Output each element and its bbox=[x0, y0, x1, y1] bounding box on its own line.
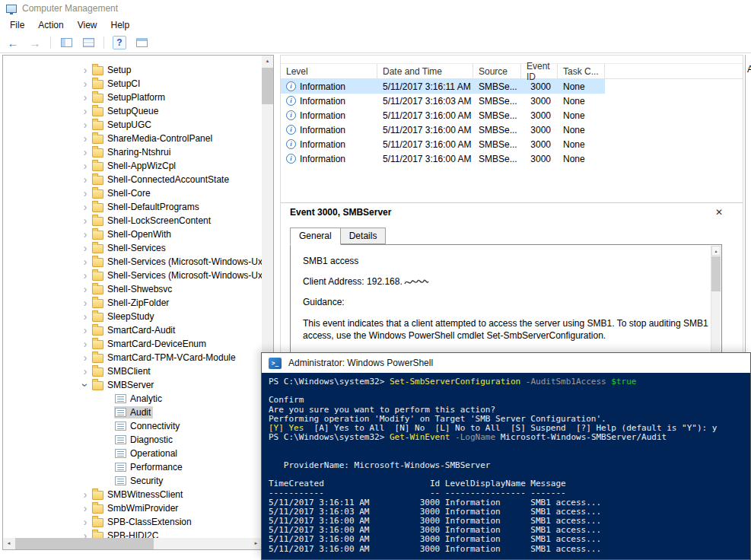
chevron-right-icon[interactable]: › bbox=[79, 298, 91, 308]
tree-item-analytic[interactable]: ›Analytic bbox=[3, 392, 262, 406]
tree-node: Shell-OpenWith bbox=[91, 228, 173, 240]
column-header-task-c[interactable]: Task C... bbox=[558, 64, 605, 78]
tree-item-shell-services-microsoft-windows-ux[interactable]: ›Shell-Services (Microsoft-Windows-Ux bbox=[3, 255, 262, 269]
menu-file[interactable]: File bbox=[3, 18, 31, 32]
column-header-date-and-time[interactable]: Date and Time bbox=[377, 64, 473, 78]
event-row[interactable]: iInformation5/11/2017 3:16:00 AMSMBSe...… bbox=[281, 108, 605, 123]
tree-item-shell-services-microsoft-windows-ux[interactable]: ›Shell-Services (Microsoft-Windows-Ux bbox=[3, 269, 262, 282]
tree-item-sharing-ntshrui[interactable]: ›Sharing-Ntshrui bbox=[3, 145, 262, 159]
tree-item-shell-zipfolder[interactable]: ›Shell-ZipFolder bbox=[3, 296, 262, 310]
column-header-event-id[interactable]: Event ID bbox=[521, 64, 558, 78]
new-window-button[interactable] bbox=[133, 34, 150, 51]
chevron-right-icon[interactable]: › bbox=[79, 133, 91, 144]
chevron-right-icon[interactable]: › bbox=[79, 366, 91, 377]
chevron-right-icon[interactable]: › bbox=[79, 188, 91, 199]
cell-event-id: 3000 bbox=[521, 139, 558, 150]
event-row[interactable]: iInformation5/11/2017 3:16:03 AMSMBSe...… bbox=[281, 94, 605, 108]
tree-item-shell-shwebsvc[interactable]: ›Shell-Shwebsvc bbox=[3, 282, 262, 296]
chevron-right-icon[interactable]: › bbox=[79, 147, 91, 158]
tree-item-shell-lockscreencontent[interactable]: ›Shell-LockScreenContent bbox=[3, 214, 262, 228]
tree-item-connectivity[interactable]: ›Connectivity bbox=[3, 419, 262, 433]
vertical-scrollbar-thumb[interactable] bbox=[262, 68, 273, 104]
tree-item-setupplatform[interactable]: ›SetupPlatform bbox=[3, 91, 262, 104]
tree-item-shell-core[interactable]: ›Shell-Core bbox=[3, 186, 262, 200]
back-button[interactable]: ← bbox=[5, 34, 21, 51]
help-button[interactable]: ? bbox=[111, 34, 128, 51]
tree-item-shell-openwith[interactable]: ›Shell-OpenWith bbox=[3, 228, 262, 241]
chevron-right-icon[interactable]: › bbox=[79, 339, 91, 349]
tree-item-sharemedia-controlpanel[interactable]: ›ShareMedia-ControlPanel bbox=[3, 132, 262, 145]
chevron-right-icon[interactable]: › bbox=[79, 530, 91, 538]
scroll-left-icon[interactable]: ◄ bbox=[3, 538, 14, 549]
tree-item-smartcard-deviceenum[interactable]: ›SmartCard-DeviceEnum bbox=[3, 337, 262, 351]
chevron-right-icon[interactable]: › bbox=[79, 119, 91, 130]
column-header-level[interactable]: Level bbox=[281, 64, 377, 78]
close-detail-button[interactable]: ✕ bbox=[715, 207, 723, 218]
tree-item-audit[interactable]: ›Audit bbox=[3, 406, 262, 419]
tree-item-shell-services[interactable]: ›Shell-Services bbox=[3, 241, 262, 255]
chevron-right-icon[interactable]: › bbox=[79, 202, 91, 212]
description-scrollbar-thumb[interactable] bbox=[711, 256, 721, 291]
tree-item-shell-connectedaccountstate[interactable]: ›Shell-ConnectedAccountState bbox=[3, 173, 262, 186]
menu-view[interactable]: View bbox=[71, 18, 104, 32]
tree-item-shell-defaultprograms[interactable]: ›Shell-DefaultPrograms bbox=[3, 200, 262, 214]
chevron-right-icon[interactable]: › bbox=[79, 243, 91, 253]
show-console-tree-button[interactable] bbox=[58, 34, 75, 51]
event-row[interactable]: iInformation5/11/2017 3:16:00 AMSMBSe...… bbox=[281, 137, 605, 151]
event-row[interactable]: iInformation5/11/2017 3:16:00 AMSMBSe...… bbox=[281, 151, 605, 166]
export-list-button[interactable] bbox=[80, 34, 97, 51]
chevron-right-icon[interactable]: › bbox=[79, 352, 91, 363]
chevron-right-icon[interactable]: › bbox=[79, 325, 91, 336]
chevron-right-icon[interactable]: › bbox=[79, 106, 91, 116]
menu-action[interactable]: Action bbox=[31, 18, 70, 32]
tree-item-spb-hidi2c[interactable]: ›SPB-HIDI2C bbox=[3, 529, 262, 538]
menu-help[interactable]: Help bbox=[104, 18, 137, 32]
tree-item-diagnostic[interactable]: ›Diagnostic bbox=[3, 433, 262, 447]
chevron-right-icon[interactable]: › bbox=[79, 174, 91, 185]
forward-button[interactable]: → bbox=[27, 34, 43, 51]
tree-item-setup[interactable]: ›Setup bbox=[3, 63, 262, 77]
chevron-right-icon[interactable]: › bbox=[79, 503, 91, 514]
tree-item-smbwmiprovider[interactable]: ›SmbWmiProvider bbox=[3, 501, 262, 515]
chevron-right-icon[interactable]: › bbox=[79, 256, 91, 267]
tree-item-operational[interactable]: ›Operational bbox=[3, 447, 262, 460]
chevron-down-icon[interactable]: › bbox=[80, 379, 91, 391]
chevron-right-icon[interactable]: › bbox=[79, 78, 91, 89]
tree-item-setupci[interactable]: ›SetupCI bbox=[3, 77, 262, 91]
chevron-right-icon[interactable]: › bbox=[79, 161, 91, 171]
tree-item-sleepstudy[interactable]: ›SleepStudy bbox=[3, 310, 262, 323]
chevron-right-icon[interactable]: › bbox=[79, 311, 91, 322]
chevron-right-icon[interactable]: › bbox=[79, 489, 91, 500]
event-row[interactable]: iInformation5/11/2017 3:16:00 AMSMBSe...… bbox=[281, 123, 605, 137]
tree-item-smbserver[interactable]: ›SMBServer bbox=[3, 378, 262, 392]
chevron-right-icon[interactable]: › bbox=[79, 517, 91, 527]
powershell-titlebar[interactable]: >_ Administrator: Windows PowerShell bbox=[262, 353, 750, 373]
tree-item-smartcard-audit[interactable]: ›SmartCard-Audit bbox=[3, 323, 262, 337]
powershell-console[interactable]: PS C:\Windows\system32> Set-SmbServerCon… bbox=[262, 373, 750, 558]
tab-details[interactable]: Details bbox=[341, 228, 387, 244]
chevron-right-icon[interactable]: › bbox=[79, 215, 91, 226]
tree-horizontal-scrollbar[interactable]: ◄ ► bbox=[3, 538, 262, 549]
titlebar[interactable]: Computer Management bbox=[0, 0, 751, 17]
tree-item-smbclient[interactable]: ›SMBClient bbox=[3, 364, 262, 378]
tree-item-setupqueue[interactable]: ›SetupQueue bbox=[3, 104, 262, 118]
chevron-right-icon[interactable]: › bbox=[79, 270, 91, 281]
tree-item-spb-classextension[interactable]: ›SPB-ClassExtension bbox=[3, 515, 262, 529]
chevron-right-icon[interactable]: › bbox=[79, 229, 91, 240]
event-row[interactable]: iInformation5/11/2017 3:16:11 AMSMBSe...… bbox=[281, 79, 605, 94]
chevron-right-icon[interactable]: › bbox=[79, 65, 91, 75]
tree-item-smartcard-tpm-vcard-module[interactable]: ›SmartCard-TPM-VCard-Module bbox=[3, 351, 262, 364]
horizontal-scrollbar-thumb[interactable] bbox=[15, 538, 154, 549]
tree-item-setupugc[interactable]: ›SetupUGC bbox=[3, 118, 262, 132]
scroll-right-icon[interactable]: ► bbox=[250, 538, 262, 549]
tree-item-performance[interactable]: ›Performance bbox=[3, 460, 262, 474]
tree-item-smbwitnessclient[interactable]: ›SMBWitnessClient bbox=[3, 488, 262, 501]
scroll-up-icon[interactable]: ▲ bbox=[711, 246, 721, 256]
tree-item-shell-appwizcpl[interactable]: ›Shell-AppWizCpl bbox=[3, 159, 262, 173]
scroll-up-icon[interactable]: ▲ bbox=[262, 56, 273, 67]
chevron-right-icon[interactable]: › bbox=[79, 284, 91, 294]
tab-general[interactable]: General bbox=[290, 228, 341, 245]
column-header-source[interactable]: Source bbox=[473, 64, 521, 78]
chevron-right-icon[interactable]: › bbox=[79, 92, 91, 103]
tree-item-security[interactable]: ›Security bbox=[3, 474, 262, 488]
